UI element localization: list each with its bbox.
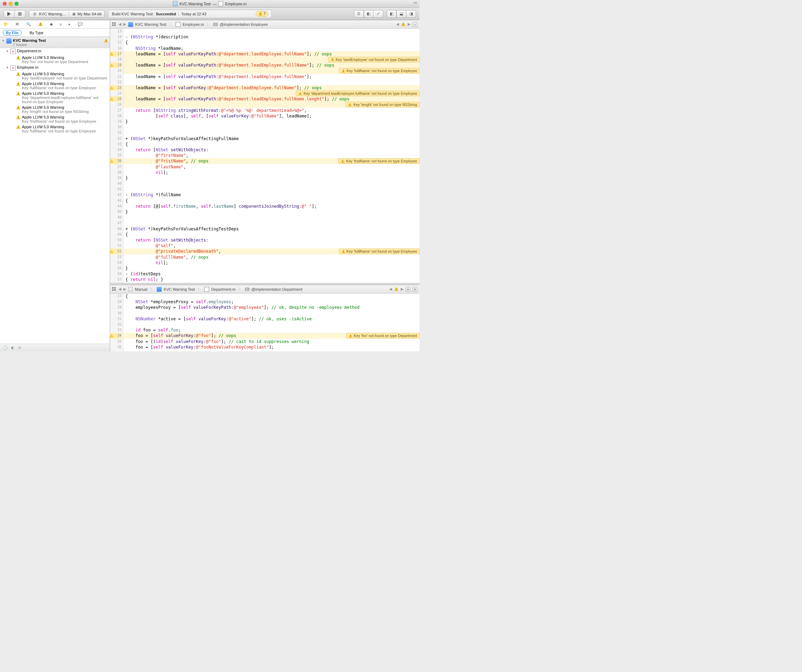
file-icon bbox=[219, 1, 223, 6]
titlebar: KVC Warning Test — Employee.m bbox=[0, 0, 419, 8]
issue-list[interactable]: ▼ KVC Warning Test7 issues ▼mDepartment.… bbox=[0, 37, 110, 344]
navigator: 📁 ⌘ 🔍 ◆ ≡ ▸ 💬 By File By Type ▼ KVC Warn… bbox=[0, 20, 110, 351]
scheme-selector[interactable]: ◎KVC Warning… 🖥My Mac 64-bit bbox=[29, 10, 105, 18]
next-issue[interactable]: ▶ bbox=[407, 22, 411, 26]
activity-view[interactable]: Build KVC Warning Test: Succeeded | Toda… bbox=[108, 10, 272, 18]
close-window[interactable] bbox=[3, 2, 6, 6]
warning-icon bbox=[16, 91, 21, 96]
zoom-window[interactable] bbox=[15, 2, 18, 6]
forward-button[interactable]: ▶ bbox=[123, 287, 126, 291]
objc-file-icon: m bbox=[10, 49, 16, 54]
inline-warning[interactable]: Key 'foo' not found on type Department bbox=[346, 333, 419, 338]
stop-button[interactable] bbox=[15, 10, 26, 18]
issue-item[interactable]: Apple LLVM 5.0 WarningKey 'foo' not foun… bbox=[0, 55, 110, 65]
filter-by-file[interactable]: By File bbox=[3, 30, 22, 36]
log-nav-icon[interactable]: 💬 bbox=[78, 22, 82, 26]
issue-item[interactable]: Apple LLVM 5.0 WarningKey 'department.le… bbox=[0, 91, 110, 105]
toolbar: ◎KVC Warning… 🖥My Mac 64-bit Build KVC W… bbox=[0, 8, 419, 20]
warning-icon bbox=[16, 55, 21, 60]
class-icon: C bbox=[245, 288, 249, 291]
back-button[interactable]: ◀ bbox=[118, 22, 121, 26]
target-icon: ◎ bbox=[32, 11, 37, 16]
related-items-icon[interactable] bbox=[112, 22, 116, 26]
file-icon bbox=[204, 287, 209, 292]
run-button[interactable] bbox=[3, 10, 15, 18]
code-editor-top[interactable]: 1314151617181920212223242526272829303132… bbox=[110, 29, 419, 283]
inline-warning[interactable]: Key 'fulllName' not found on type Employ… bbox=[339, 249, 419, 254]
editor-assistant[interactable]: ◧ bbox=[364, 10, 374, 18]
issue-nav-icon[interactable] bbox=[38, 22, 43, 27]
minimize-window[interactable] bbox=[9, 2, 13, 6]
issue-icon[interactable] bbox=[401, 22, 406, 26]
close-editor[interactable]: × bbox=[412, 287, 417, 292]
fullscreen-icon[interactable] bbox=[413, 2, 417, 5]
navigator-selector[interactable]: 📁 ⌘ 🔍 ◆ ≡ ▸ 💬 bbox=[0, 20, 110, 29]
objc-file-icon: m bbox=[10, 65, 16, 70]
code-editor-bottom[interactable]: 27282930313233343536{ NSSet *employeesPr… bbox=[110, 293, 419, 351]
symbol-nav-icon[interactable]: ⌘ bbox=[15, 22, 19, 26]
jump-bar-bottom[interactable]: ◀ ▶ Manual〉 KVC Warning Test〉 Department… bbox=[110, 285, 419, 293]
toggle-utilities[interactable]: ◨ bbox=[406, 10, 416, 18]
toggle-navigator[interactable]: ◧ bbox=[387, 10, 396, 18]
inline-warning[interactable]: Key 'laedEmployee' not found on type Dep… bbox=[328, 57, 419, 62]
forward-button[interactable]: ▶ bbox=[123, 22, 126, 26]
add-icon[interactable]: ▫ bbox=[412, 22, 417, 27]
next-issue[interactable]: ▶ bbox=[401, 287, 403, 291]
project-icon bbox=[128, 22, 133, 27]
file-icon bbox=[176, 22, 181, 27]
monitor-icon: 🖥 bbox=[72, 12, 76, 16]
issue-item[interactable]: Apple LLVM 5.0 WarningKey 'fulllName' no… bbox=[0, 124, 110, 134]
warning-icon bbox=[16, 125, 21, 129]
inline-warning[interactable]: Key 'fristName' not found on type Employ… bbox=[338, 158, 419, 164]
project-icon bbox=[173, 1, 177, 6]
editor-standard[interactable]: ☰ bbox=[354, 10, 364, 18]
window-title-project: KVC Warning Test bbox=[179, 2, 210, 6]
issue-item[interactable]: Apple LLVM 5.0 WarningKey 'fristName' no… bbox=[0, 114, 110, 124]
navigator-filter-bar[interactable]: 🕓 ◐ ⊙ bbox=[0, 344, 110, 351]
warning-icon bbox=[16, 115, 21, 120]
issue-item[interactable]: Apple LLVM 5.0 WarningKey 'fulllName' no… bbox=[0, 81, 110, 91]
filter-field[interactable]: ⊙ bbox=[18, 345, 21, 350]
prev-issue[interactable]: ◀ bbox=[396, 22, 399, 26]
file-group[interactable]: ▼mDepartment.m bbox=[0, 48, 110, 55]
issue-item[interactable]: Apple LLVM 5.0 WarningKey 'lenght' not f… bbox=[0, 105, 110, 114]
warning-icon bbox=[16, 105, 21, 110]
project-icon bbox=[157, 287, 162, 292]
class-icon: C bbox=[213, 23, 218, 26]
project-icon bbox=[6, 38, 11, 44]
filter-by-type[interactable]: By Type bbox=[26, 30, 47, 36]
search-nav-icon[interactable]: 🔍 bbox=[26, 22, 31, 26]
toggle-debug[interactable]: ⬓ bbox=[396, 10, 406, 18]
editor-version[interactable]: ⤢ bbox=[374, 10, 383, 18]
prev-issue[interactable]: ◀ bbox=[389, 287, 392, 291]
jump-bar-top[interactable]: ◀ ▶ KVC Warning Test〉 Employee.m〉 C @imp… bbox=[110, 20, 419, 29]
breakpoint-nav-icon[interactable]: ▸ bbox=[69, 22, 71, 26]
warning-icon bbox=[104, 38, 108, 43]
back-button[interactable]: ◀ bbox=[118, 287, 121, 291]
related-items-icon[interactable] bbox=[112, 287, 116, 291]
issue-item[interactable]: Apple LLVM 5.0 WarningKey 'laedEmployee'… bbox=[0, 71, 110, 81]
test-nav-icon[interactable]: ◆ bbox=[50, 22, 53, 26]
add-editor[interactable]: + bbox=[406, 287, 411, 292]
warning-icon bbox=[16, 72, 21, 76]
file-nav-icon[interactable]: 📁 bbox=[3, 22, 8, 26]
warning-count-badge[interactable]: 7 bbox=[256, 11, 268, 17]
scm-icon[interactable]: ◐ bbox=[11, 345, 15, 350]
inline-warning[interactable]: Key 'department.leadEmployee.fullName' n… bbox=[296, 91, 419, 96]
recent-icon[interactable]: 🕓 bbox=[3, 345, 8, 350]
warning-icon bbox=[16, 81, 21, 86]
file-group[interactable]: ▼mEmployee.m bbox=[0, 65, 110, 71]
inline-warning[interactable]: Key 'fulllName' not found on type Employ… bbox=[339, 68, 419, 74]
debug-nav-icon[interactable]: ≡ bbox=[60, 22, 61, 26]
layout-icon[interactable] bbox=[128, 287, 133, 291]
inline-warning[interactable]: Key 'lenght' not found on type NSString bbox=[346, 102, 419, 107]
window-title-file: Employee.m bbox=[225, 2, 247, 6]
issue-icon[interactable] bbox=[394, 287, 399, 291]
